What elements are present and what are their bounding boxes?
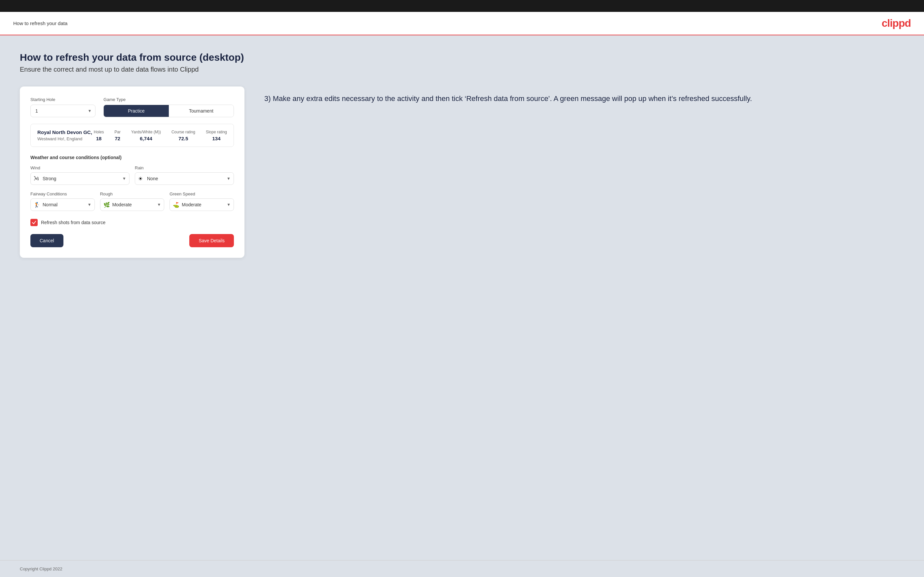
refresh-checkbox[interactable] xyxy=(31,219,38,226)
rain-select-wrapper: ☀ None Light Heavy ▼ xyxy=(135,172,234,185)
game-type-group: Game Type Practice Tournament xyxy=(103,97,234,117)
conditions-section: Weather and course conditions (optional)… xyxy=(31,155,234,211)
course-stats: Holes 18 Par 72 Yards/White (M)) 6,744 C… xyxy=(94,130,227,141)
game-type-toggle: Practice Tournament xyxy=(103,105,234,117)
conditions-title: Weather and course conditions (optional) xyxy=(31,155,234,160)
footer-text: Copyright Clippd 2022 xyxy=(20,566,63,571)
course-rating-value: 72.5 xyxy=(178,136,188,141)
checkmark-icon xyxy=(32,220,36,225)
holes-stat: Holes 18 xyxy=(94,130,104,141)
wind-group: Wind 🌬 Strong Light None ▼ xyxy=(31,165,129,185)
fairway-label: Fairway Conditions xyxy=(31,192,95,197)
course-details: Royal North Devon GC, Westward Ho!, Engl… xyxy=(37,129,92,141)
holes-value: 18 xyxy=(96,136,102,141)
slope-rating-stat: Slope rating 134 xyxy=(206,130,227,141)
game-type-label: Game Type xyxy=(103,97,234,102)
refresh-checkbox-row: Refresh shots from data source xyxy=(31,219,234,226)
rain-select[interactable]: None Light Heavy xyxy=(135,172,234,185)
main-content: How to refresh your data from source (de… xyxy=(0,35,924,560)
header-title: How to refresh your data xyxy=(13,21,68,26)
content-area: Starting Hole 1 10 ▼ Game Type Practice … xyxy=(20,87,904,258)
slope-rating-value: 134 xyxy=(212,136,220,141)
fairway-group: Fairway Conditions 🏌 Normal Soft Hard ▼ xyxy=(31,192,95,211)
fairway-select-wrapper: 🏌 Normal Soft Hard ▼ xyxy=(31,198,95,211)
page-subheading: Ensure the correct and most up to date d… xyxy=(20,66,904,73)
rough-group: Rough 🌿 Moderate Light Heavy ▼ xyxy=(100,192,165,211)
starting-hole-select-wrapper: 1 10 ▼ xyxy=(31,105,95,117)
rough-select-wrapper: 🌿 Moderate Light Heavy ▼ xyxy=(100,198,165,211)
green-speed-select[interactable]: Moderate Slow Fast xyxy=(170,198,234,211)
yards-stat: Yards/White (M)) 6,744 xyxy=(131,130,161,141)
starting-hole-select[interactable]: 1 10 xyxy=(31,105,95,117)
fairway-select[interactable]: Normal Soft Hard xyxy=(31,198,95,211)
practice-button[interactable]: Practice xyxy=(104,105,168,117)
starting-hole-label: Starting Hole xyxy=(31,97,95,102)
green-speed-select-wrapper: ⛳ Moderate Slow Fast ▼ xyxy=(170,198,234,211)
yards-label: Yards/White (M)) xyxy=(131,130,161,134)
logo: clippd xyxy=(882,17,911,29)
yards-value: 6,744 xyxy=(140,136,152,141)
green-speed-label: Green Speed xyxy=(170,192,234,197)
side-description: 3) Make any extra edits necessary to the… xyxy=(264,93,904,104)
holes-label: Holes xyxy=(94,130,104,134)
wind-select-wrapper: 🌬 Strong Light None ▼ xyxy=(31,172,129,185)
rough-label: Rough xyxy=(100,192,165,197)
refresh-label: Refresh shots from data source xyxy=(41,220,105,225)
course-info-box: Royal North Devon GC, Westward Ho!, Engl… xyxy=(31,124,234,147)
conditions-row-1: Wind 🌬 Strong Light None ▼ Rain xyxy=(31,165,234,185)
rain-group: Rain ☀ None Light Heavy ▼ xyxy=(135,165,234,185)
course-rating-label: Course rating xyxy=(171,130,195,134)
par-label: Par xyxy=(114,130,121,134)
par-stat: Par 72 xyxy=(114,130,121,141)
side-text: 3) Make any extra edits necessary to the… xyxy=(264,87,904,104)
rain-label: Rain xyxy=(135,165,234,170)
save-button[interactable]: Save Details xyxy=(189,234,234,247)
conditions-row-2: Fairway Conditions 🏌 Normal Soft Hard ▼ xyxy=(31,192,234,211)
footer: Copyright Clippd 2022 xyxy=(0,560,924,577)
course-name: Royal North Devon GC, xyxy=(37,129,92,135)
tournament-button[interactable]: Tournament xyxy=(169,105,234,117)
button-row: Cancel Save Details xyxy=(31,234,234,247)
page-heading: How to refresh your data from source (de… xyxy=(20,52,904,63)
green-speed-group: Green Speed ⛳ Moderate Slow Fast ▼ xyxy=(170,192,234,211)
slope-rating-label: Slope rating xyxy=(206,130,227,134)
course-rating-stat: Course rating 72.5 xyxy=(171,130,195,141)
par-value: 72 xyxy=(115,136,120,141)
top-bar xyxy=(0,0,924,12)
header: How to refresh your data clippd xyxy=(0,12,924,35)
wind-label: Wind xyxy=(31,165,129,170)
wind-select[interactable]: Strong Light None xyxy=(31,172,129,185)
starting-hole-group: Starting Hole 1 10 ▼ xyxy=(31,97,95,117)
form-card: Starting Hole 1 10 ▼ Game Type Practice … xyxy=(20,87,244,258)
cancel-button[interactable]: Cancel xyxy=(31,234,63,247)
form-row-top: Starting Hole 1 10 ▼ Game Type Practice … xyxy=(31,97,234,117)
course-location: Westward Ho!, England xyxy=(37,136,92,141)
rough-select[interactable]: Moderate Light Heavy xyxy=(100,198,165,211)
